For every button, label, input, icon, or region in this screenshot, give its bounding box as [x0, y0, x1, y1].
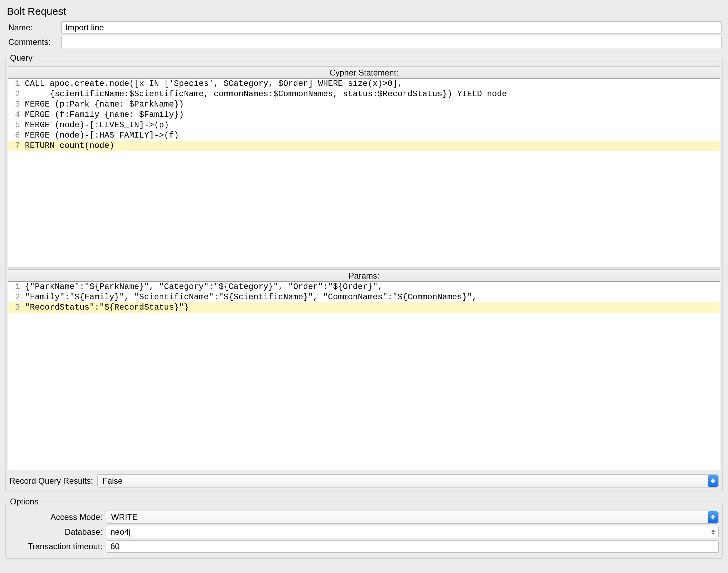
code-line[interactable]: 1{"ParkName":"${ParkName}", "Category":"…	[8, 282, 720, 292]
code-line[interactable]: 1CALL apoc.create.node([x IN ['Species',…	[8, 79, 720, 89]
code-line[interactable]: 2"Family":"${Family}", "ScientificName":…	[8, 292, 720, 302]
cypher-editor[interactable]: 1CALL apoc.create.node([x IN ['Species',…	[8, 78, 720, 268]
code-line[interactable]: 2 {scientificName:$ScientificName, commo…	[8, 89, 720, 99]
line-content: {"ParkName":"${ParkName}", "Category":"$…	[23, 282, 720, 292]
page-title: Bolt Request	[7, 6, 722, 17]
name-input[interactable]	[61, 21, 722, 34]
line-number: 3	[8, 99, 23, 110]
record-query-results-label: Record Query Results:	[9, 476, 93, 486]
record-query-results-value: False	[102, 476, 123, 486]
line-content: "Family":"${Family}", "ScientificName":"…	[23, 292, 720, 302]
dropdown-arrows-icon	[708, 475, 718, 487]
line-content: MERGE (f:Family {name: $Family})	[23, 110, 720, 120]
query-legend: Query	[8, 53, 35, 63]
options-legend: Options	[8, 497, 41, 506]
code-line[interactable]: 4MERGE (f:Family {name: $Family})	[8, 110, 720, 120]
code-line[interactable]: 5MERGE (node)-[:LIVES_IN]->(p)	[8, 120, 720, 130]
line-number: 3	[8, 302, 23, 313]
dropdown-arrows-icon	[708, 511, 718, 523]
line-number: 7	[8, 141, 23, 151]
line-content: MERGE (p:Park {name: $ParkName})	[23, 99, 720, 110]
cypher-statement-label: Cypher Statement:	[8, 66, 720, 78]
line-content: RETURN count(node)	[23, 141, 720, 151]
record-query-results-select[interactable]: False	[97, 474, 719, 487]
line-number: 6	[8, 130, 23, 141]
params-label: Params:	[8, 269, 720, 281]
line-content: MERGE (node)-[:HAS_FAMILY]->(f)	[23, 130, 720, 141]
code-line[interactable]: 6MERGE (node)-[:HAS_FAMILY]->(f)	[8, 130, 720, 141]
line-content: MERGE (node)-[:LIVES_IN]->(p)	[23, 120, 720, 130]
line-number: 2	[8, 292, 23, 302]
transaction-timeout-label: Transaction timeout:	[9, 542, 106, 551]
line-number: 1	[8, 282, 23, 292]
line-content: "RecordStatus":"${RecordStatus}"}	[23, 302, 720, 313]
params-editor[interactable]: 1{"ParkName":"${ParkName}", "Category":"…	[8, 281, 720, 471]
code-line[interactable]: 3"RecordStatus":"${RecordStatus}"}	[8, 302, 720, 313]
access-mode-value: WRITE	[111, 512, 138, 522]
line-content: {scientificName:$ScientificName, commonN…	[23, 89, 720, 99]
options-fieldset: Options Access Mode: WRITE Database:	[6, 497, 722, 559]
database-input[interactable]	[106, 526, 719, 538]
code-line[interactable]: 7RETURN count(node)	[8, 141, 720, 151]
line-content: CALL apoc.create.node([x IN ['Species', …	[23, 79, 720, 89]
combo-arrows-icon[interactable]	[709, 527, 717, 537]
line-number: 1	[8, 79, 23, 89]
code-line[interactable]: 3MERGE (p:Park {name: $ParkName})	[8, 99, 720, 110]
access-mode-label: Access Mode:	[9, 512, 106, 522]
line-number: 5	[8, 120, 23, 130]
query-fieldset: Query Cypher Statement: 1CALL apoc.creat…	[6, 53, 722, 492]
line-number: 2	[8, 89, 23, 99]
name-label: Name:	[6, 23, 61, 32]
comments-label: Comments:	[6, 37, 61, 47]
line-number: 4	[8, 110, 23, 120]
transaction-timeout-input[interactable]	[106, 540, 719, 553]
access-mode-select[interactable]: WRITE	[106, 511, 719, 524]
comments-input[interactable]	[61, 36, 722, 48]
database-label: Database:	[9, 527, 106, 537]
